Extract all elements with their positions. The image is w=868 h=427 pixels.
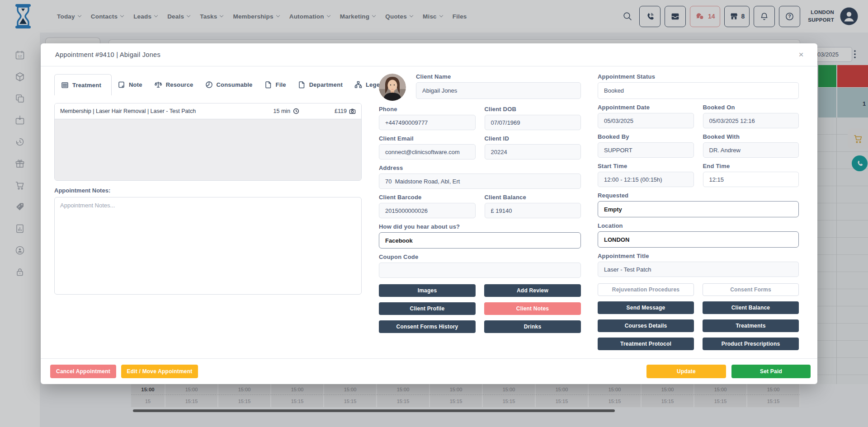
client-id-input[interactable] bbox=[485, 144, 581, 160]
email-input[interactable] bbox=[379, 144, 476, 160]
clock-icon bbox=[293, 108, 299, 114]
modal-footer: Cancel Appointment Edit / Move Appointme… bbox=[41, 358, 817, 384]
treatment-price: £119 bbox=[335, 108, 356, 114]
appointment-date-field: Appointment Date bbox=[598, 104, 694, 128]
note-icon bbox=[118, 81, 125, 89]
start-time-field: Start Time bbox=[598, 163, 694, 187]
treatment-name: Membership | Laser Hair Removal | Laser … bbox=[60, 108, 274, 114]
tab-note[interactable]: Note bbox=[112, 74, 148, 95]
appointment-column: Appointment Status Appointment Date Book… bbox=[598, 73, 799, 350]
edit-move-appointment-button[interactable]: Edit / Move Appointment bbox=[121, 365, 198, 378]
phone-field: Phone bbox=[379, 106, 476, 130]
tab-consumable[interactable]: Consumable bbox=[199, 74, 259, 95]
email-field: Client Email bbox=[379, 135, 476, 160]
camera-icon bbox=[349, 108, 356, 114]
client-header: Client Name bbox=[379, 73, 581, 101]
referral-field: How did you hear about us? bbox=[379, 223, 581, 249]
pie-chart-icon bbox=[205, 81, 213, 89]
referral-select[interactable] bbox=[379, 232, 581, 249]
cancel-appointment-button[interactable]: Cancel Appointment bbox=[50, 365, 116, 378]
booked-with-input[interactable] bbox=[703, 142, 799, 158]
appointment-modal: Appointment #9410 | Abigail Jones × Trea… bbox=[41, 43, 817, 384]
scale-icon bbox=[154, 81, 162, 89]
close-icon[interactable]: × bbox=[796, 49, 807, 60]
send-message-button[interactable]: Send Message bbox=[598, 301, 694, 314]
field-row: Location bbox=[598, 222, 799, 248]
dob-field: Client DOB bbox=[485, 106, 581, 130]
coupon-field: Coupon Code bbox=[379, 253, 581, 278]
end-time-input[interactable] bbox=[703, 172, 799, 187]
add-review-button[interactable]: Add Review bbox=[484, 284, 581, 297]
file-icon bbox=[264, 81, 272, 89]
tab-file[interactable]: File bbox=[259, 74, 292, 95]
status-field: Appointment Status bbox=[598, 73, 799, 99]
rejuvenation-procedures-button[interactable]: Rejuvenation Procedures bbox=[598, 283, 694, 296]
client-profile-button[interactable]: Client Profile bbox=[379, 302, 476, 315]
field-row: Appointment Status bbox=[598, 73, 799, 99]
modal-header: Appointment #9410 | Abigail Jones × bbox=[41, 43, 817, 66]
address-input[interactable] bbox=[379, 174, 581, 189]
client-balance-button[interactable]: Client Balance bbox=[703, 301, 799, 314]
booked-on-input[interactable] bbox=[703, 113, 799, 128]
sitemap-icon bbox=[354, 81, 362, 89]
appointment-notes-label: Appointment Notes: bbox=[54, 187, 362, 194]
field-row: How did you hear about us? bbox=[379, 223, 581, 249]
client-name-field: Client Name bbox=[416, 73, 581, 101]
treatment-protocol-button[interactable]: Treatment Protocol bbox=[598, 338, 694, 350]
phone-input[interactable] bbox=[379, 115, 476, 130]
booked-with-field: Booked With bbox=[703, 133, 799, 158]
treatment-list: Membership | Laser Hair Removal | Laser … bbox=[54, 103, 362, 181]
treatment-row[interactable]: Membership | Laser Hair Removal | Laser … bbox=[55, 103, 361, 119]
field-row: Start Time End Time bbox=[598, 163, 799, 187]
status-select[interactable] bbox=[598, 82, 799, 99]
client-actions: Images Add Review Client Profile Client … bbox=[379, 284, 581, 333]
client-photo bbox=[379, 74, 406, 101]
coupon-input[interactable] bbox=[379, 263, 581, 278]
field-label: Client Name bbox=[416, 73, 581, 80]
set-paid-button[interactable]: Set Paid bbox=[731, 365, 811, 378]
consent-forms-history-button[interactable]: Consent Forms History bbox=[379, 320, 476, 333]
modal-tabs: Treatment Note Resource Consumable File … bbox=[54, 74, 362, 95]
field-row: Appointment Date Booked On bbox=[598, 104, 799, 128]
document-icon bbox=[298, 81, 306, 89]
consent-forms-button[interactable]: Consent Forms bbox=[703, 283, 799, 296]
appointment-title-field: Appointment Title bbox=[598, 253, 799, 277]
appointment-date-input[interactable] bbox=[598, 113, 694, 128]
appointment-title-input[interactable] bbox=[598, 262, 799, 277]
barcode-field: Client Barcode bbox=[379, 194, 476, 218]
field-row: Booked By Booked With bbox=[598, 133, 799, 158]
appointment-notes-input[interactable] bbox=[54, 197, 362, 295]
client-notes-button[interactable]: Client Notes bbox=[484, 302, 581, 315]
balance-input[interactable] bbox=[485, 203, 581, 218]
booked-by-field: Booked By bbox=[598, 133, 694, 158]
courses-details-button[interactable]: Courses Details bbox=[598, 319, 694, 332]
field-row: Client Email Client ID bbox=[379, 135, 581, 160]
location-field: Location bbox=[598, 222, 799, 248]
treatment-grid-icon bbox=[61, 81, 69, 89]
tab-resource[interactable]: Resource bbox=[148, 74, 199, 95]
dob-input[interactable] bbox=[485, 115, 581, 130]
images-button[interactable]: Images bbox=[379, 284, 476, 297]
client-column: Client Name Phone Client DOB Client Emai… bbox=[379, 73, 581, 333]
field-row: Client Barcode Client Balance bbox=[379, 194, 581, 218]
product-prescriptions-button[interactable]: Product Prescriptions bbox=[703, 338, 799, 350]
address-field: Address bbox=[379, 164, 581, 189]
requested-field: Requested bbox=[598, 192, 799, 217]
treatments-button[interactable]: Treatments bbox=[703, 319, 799, 332]
end-time-field: End Time bbox=[703, 163, 799, 187]
field-row: Appointment Title bbox=[598, 253, 799, 277]
appointment-actions: Rejuvenation Procedures Consent Forms Se… bbox=[598, 283, 799, 350]
field-row: Phone Client DOB bbox=[379, 106, 581, 130]
requested-select[interactable] bbox=[598, 201, 799, 217]
client-name-input[interactable] bbox=[416, 82, 581, 99]
tab-treatment[interactable]: Treatment bbox=[54, 74, 112, 95]
barcode-input[interactable] bbox=[379, 203, 476, 218]
update-button[interactable]: Update bbox=[646, 365, 726, 378]
client-id-field: Client ID bbox=[485, 135, 581, 160]
tab-department[interactable]: Department bbox=[292, 74, 349, 95]
booked-by-input[interactable] bbox=[598, 142, 694, 158]
drinks-button[interactable]: Drinks bbox=[484, 320, 581, 333]
location-select[interactable] bbox=[598, 231, 799, 248]
treatment-duration: 15 min bbox=[274, 108, 300, 114]
start-time-input[interactable] bbox=[598, 172, 694, 187]
